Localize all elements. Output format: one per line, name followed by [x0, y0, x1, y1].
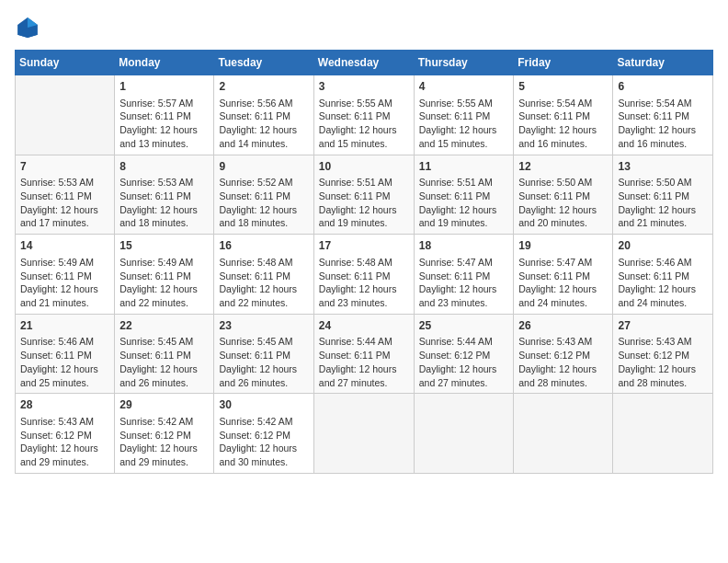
day-number: 22: [119, 318, 209, 334]
col-header-tuesday: Tuesday: [214, 51, 313, 75]
day-number: 25: [419, 318, 509, 334]
daylight-text: Daylight: 12 hours and 16 minutes.: [618, 124, 696, 149]
sunset-text: Sunset: 6:11 PM: [618, 270, 689, 282]
daylight-text: Daylight: 12 hours and 25 minutes.: [20, 363, 98, 388]
week-row-0: 1Sunrise: 5:57 AMSunset: 6:11 PMDaylight…: [16, 75, 713, 155]
day-number: 21: [20, 318, 109, 334]
day-number: 11: [419, 159, 509, 175]
sunrise-text: Sunrise: 5:54 AM: [618, 98, 691, 109]
calendar-cell: 8Sunrise: 5:53 AMSunset: 6:11 PMDaylight…: [115, 155, 214, 235]
week-row-2: 14Sunrise: 5:49 AMSunset: 6:11 PMDayligh…: [16, 235, 713, 315]
sunset-text: Sunset: 6:11 PM: [119, 110, 191, 121]
calendar-cell: [414, 394, 514, 474]
sunrise-text: Sunrise: 5:57 AM: [119, 98, 193, 109]
sunset-text: Sunset: 6:12 PM: [618, 350, 689, 361]
sunset-text: Sunset: 6:11 PM: [20, 350, 92, 361]
sunset-text: Sunset: 6:12 PM: [119, 430, 191, 441]
daylight-text: Daylight: 12 hours and 19 minutes.: [419, 204, 497, 229]
calendar-cell: 13Sunrise: 5:50 AMSunset: 6:11 PMDayligh…: [613, 155, 713, 235]
calendar-cell: 11Sunrise: 5:51 AMSunset: 6:11 PMDayligh…: [414, 155, 514, 235]
sunset-text: Sunset: 6:11 PM: [119, 270, 191, 282]
daylight-text: Daylight: 12 hours and 22 minutes.: [219, 283, 297, 308]
day-number: 26: [518, 318, 608, 334]
sunset-text: Sunset: 6:11 PM: [319, 110, 391, 121]
sunrise-text: Sunrise: 5:47 AM: [518, 257, 592, 268]
daylight-text: Daylight: 12 hours and 28 minutes.: [518, 363, 597, 388]
sunset-text: Sunset: 6:11 PM: [219, 190, 290, 201]
sunrise-text: Sunrise: 5:48 AM: [219, 257, 292, 268]
daylight-text: Daylight: 12 hours and 18 minutes.: [219, 204, 297, 229]
daylight-text: Daylight: 12 hours and 26 minutes.: [119, 363, 198, 388]
calendar-cell: 6Sunrise: 5:54 AMSunset: 6:11 PMDaylight…: [613, 75, 713, 155]
daylight-text: Daylight: 12 hours and 29 minutes.: [119, 442, 198, 467]
col-header-sunday: Sunday: [16, 51, 115, 75]
sunset-text: Sunset: 6:11 PM: [518, 190, 590, 201]
day-number: 27: [618, 318, 708, 334]
calendar-cell: [514, 394, 613, 474]
daylight-text: Daylight: 12 hours and 22 minutes.: [119, 283, 198, 308]
calendar-cell: [313, 394, 414, 474]
calendar-cell: 29Sunrise: 5:42 AMSunset: 6:12 PMDayligh…: [115, 394, 214, 474]
sunset-text: Sunset: 6:11 PM: [518, 110, 590, 121]
day-number: 13: [618, 159, 708, 175]
sunset-text: Sunset: 6:11 PM: [618, 190, 689, 201]
sunrise-text: Sunrise: 5:46 AM: [618, 257, 691, 268]
day-number: 19: [518, 238, 608, 254]
daylight-text: Daylight: 12 hours and 27 minutes.: [419, 363, 497, 388]
day-number: 14: [20, 238, 109, 254]
day-number: 30: [219, 397, 308, 413]
day-number: 3: [319, 79, 409, 95]
calendar-cell: 28Sunrise: 5:43 AMSunset: 6:12 PMDayligh…: [16, 394, 115, 474]
sunrise-text: Sunrise: 5:44 AM: [319, 336, 392, 347]
calendar-cell: 3Sunrise: 5:55 AMSunset: 6:11 PMDaylight…: [313, 75, 414, 155]
sunrise-text: Sunrise: 5:45 AM: [119, 336, 193, 347]
calendar-cell: 26Sunrise: 5:43 AMSunset: 6:12 PMDayligh…: [514, 314, 613, 394]
sunrise-text: Sunrise: 5:49 AM: [119, 257, 193, 268]
day-number: 24: [319, 318, 409, 334]
day-number: 23: [219, 318, 308, 334]
daylight-text: Daylight: 12 hours and 13 minutes.: [119, 124, 198, 149]
sunrise-text: Sunrise: 5:52 AM: [219, 177, 292, 188]
day-number: 5: [518, 79, 608, 95]
calendar-cell: 5Sunrise: 5:54 AMSunset: 6:11 PMDaylight…: [514, 75, 613, 155]
sunset-text: Sunset: 6:12 PM: [219, 430, 290, 441]
sunrise-text: Sunrise: 5:43 AM: [618, 336, 691, 347]
sunset-text: Sunset: 6:12 PM: [20, 430, 92, 441]
sunrise-text: Sunrise: 5:47 AM: [419, 257, 493, 268]
sunset-text: Sunset: 6:12 PM: [419, 350, 491, 361]
day-number: 4: [419, 79, 509, 95]
sunrise-text: Sunrise: 5:48 AM: [319, 257, 392, 268]
sunrise-text: Sunrise: 5:42 AM: [119, 416, 193, 427]
daylight-text: Daylight: 12 hours and 24 minutes.: [518, 283, 597, 308]
daylight-text: Daylight: 12 hours and 23 minutes.: [319, 283, 397, 308]
daylight-text: Daylight: 12 hours and 28 minutes.: [618, 363, 696, 388]
calendar-cell: 1Sunrise: 5:57 AMSunset: 6:11 PMDaylight…: [115, 75, 214, 155]
day-number: 6: [618, 79, 708, 95]
daylight-text: Daylight: 12 hours and 18 minutes.: [119, 204, 198, 229]
calendar-cell: 19Sunrise: 5:47 AMSunset: 6:11 PMDayligh…: [514, 235, 613, 315]
daylight-text: Daylight: 12 hours and 23 minutes.: [419, 283, 497, 308]
calendar-cell: 18Sunrise: 5:47 AMSunset: 6:11 PMDayligh…: [414, 235, 514, 315]
sunrise-text: Sunrise: 5:51 AM: [319, 177, 392, 188]
calendar-cell: 10Sunrise: 5:51 AMSunset: 6:11 PMDayligh…: [313, 155, 414, 235]
calendar-cell: 12Sunrise: 5:50 AMSunset: 6:11 PMDayligh…: [514, 155, 613, 235]
calendar-cell: 7Sunrise: 5:53 AMSunset: 6:11 PMDaylight…: [16, 155, 115, 235]
day-number: 29: [119, 397, 209, 413]
calendar-cell: 25Sunrise: 5:44 AMSunset: 6:12 PMDayligh…: [414, 314, 514, 394]
daylight-text: Daylight: 12 hours and 24 minutes.: [618, 283, 696, 308]
daylight-text: Daylight: 12 hours and 21 minutes.: [618, 204, 696, 229]
day-number: 9: [219, 159, 308, 175]
day-number: 18: [419, 238, 509, 254]
sunrise-text: Sunrise: 5:55 AM: [319, 98, 392, 109]
sunset-text: Sunset: 6:11 PM: [219, 350, 290, 361]
week-row-1: 7Sunrise: 5:53 AMSunset: 6:11 PMDaylight…: [16, 155, 713, 235]
daylight-text: Daylight: 12 hours and 16 minutes.: [518, 124, 597, 149]
day-number: 20: [618, 238, 708, 254]
sunset-text: Sunset: 6:11 PM: [219, 270, 290, 282]
day-number: 16: [219, 238, 308, 254]
sunset-text: Sunset: 6:11 PM: [419, 270, 491, 282]
sunset-text: Sunset: 6:11 PM: [20, 270, 92, 282]
col-header-saturday: Saturday: [613, 51, 713, 75]
daylight-text: Daylight: 12 hours and 27 minutes.: [319, 363, 397, 388]
sunset-text: Sunset: 6:11 PM: [319, 190, 391, 201]
